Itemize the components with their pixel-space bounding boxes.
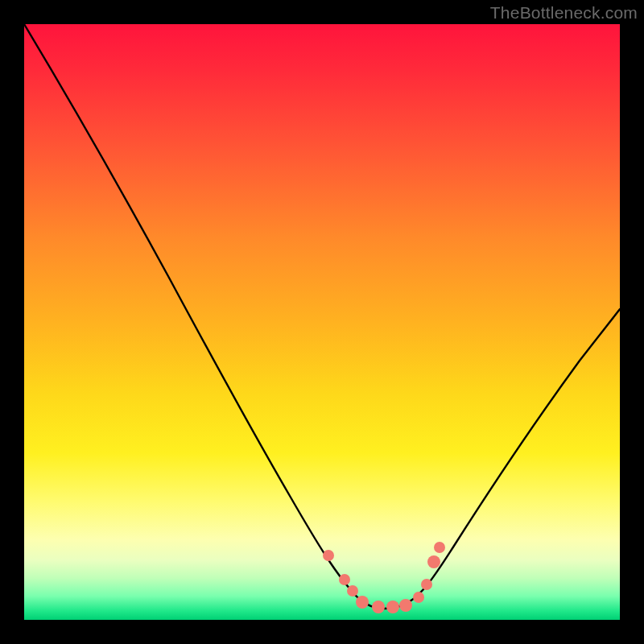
- chart-frame: TheBottleneck.com: [0, 0, 644, 644]
- curve-marker: [356, 596, 369, 609]
- curve-marker: [413, 592, 424, 603]
- curve-marker: [386, 601, 399, 613]
- watermark-text: TheBottleneck.com: [490, 3, 638, 23]
- curve-marker: [427, 555, 440, 568]
- curve-marker: [347, 585, 358, 597]
- curve-marker: [372, 601, 385, 613]
- curve-marker: [434, 542, 445, 553]
- curve-marker: [339, 574, 350, 585]
- curve-marker: [399, 599, 412, 612]
- marker-group: [323, 542, 445, 613]
- bottleneck-curve: [24, 24, 620, 609]
- plot-area: [24, 24, 620, 620]
- curve-marker: [421, 579, 432, 590]
- curve-marker: [323, 550, 334, 561]
- chart-svg: [24, 24, 620, 620]
